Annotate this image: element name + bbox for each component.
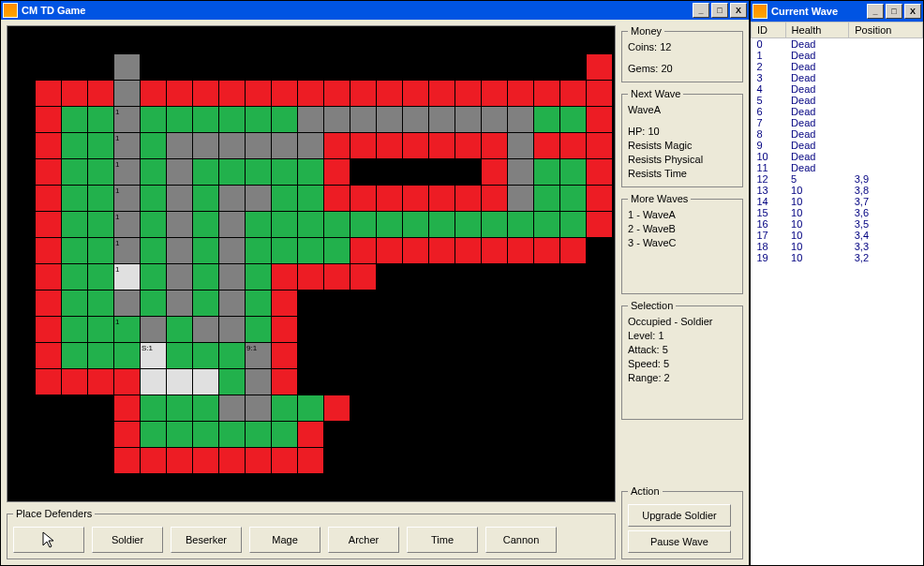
grid-cell[interactable]: [246, 264, 271, 290]
grid-cell[interactable]: [350, 54, 376, 80]
grid-cell[interactable]: [560, 317, 586, 342]
grid-cell[interactable]: [560, 448, 586, 473]
grid-cell[interactable]: [114, 474, 140, 499]
grid-cell[interactable]: [219, 28, 245, 53]
grid-cell[interactable]: [219, 290, 245, 316]
grid-cell[interactable]: [246, 369, 271, 395]
grid-cell[interactable]: [9, 107, 35, 132]
grid-cell[interactable]: [508, 448, 533, 473]
grid-cell[interactable]: [167, 107, 192, 132]
grid-cell[interactable]: 1: [114, 212, 140, 237]
grid-cell[interactable]: [219, 422, 245, 447]
grid-cell[interactable]: [62, 107, 87, 132]
grid-cell[interactable]: [455, 28, 481, 53]
grid-cell[interactable]: [587, 395, 612, 421]
grid-cell[interactable]: [560, 290, 586, 316]
grid-cell[interactable]: [36, 317, 61, 342]
grid-cell[interactable]: [429, 212, 455, 237]
grid-cell[interactable]: [114, 54, 140, 80]
grid-cell[interactable]: [88, 54, 113, 80]
grid-cell[interactable]: [272, 238, 297, 263]
grid-cell[interactable]: [219, 107, 245, 132]
grid-cell[interactable]: [455, 422, 481, 447]
grid-cell[interactable]: [455, 107, 481, 132]
table-row[interactable]: 9Dead: [752, 140, 923, 151]
col-id[interactable]: ID: [752, 22, 786, 38]
grid-cell[interactable]: 1: [114, 264, 140, 290]
grid-cell[interactable]: [272, 81, 297, 106]
grid-cell[interactable]: [141, 264, 166, 290]
grid-cell[interactable]: [534, 133, 559, 158]
grid-cell[interactable]: [429, 107, 455, 132]
grid-cell[interactable]: [219, 264, 245, 290]
grid-cell[interactable]: [9, 133, 35, 158]
grid-cell[interactable]: [272, 133, 297, 158]
grid-cell[interactable]: [534, 317, 559, 342]
grid-cell[interactable]: [9, 369, 35, 395]
grid-cell[interactable]: [429, 474, 455, 499]
grid-cell[interactable]: [141, 238, 166, 263]
beserker-button[interactable]: Beserker: [171, 527, 242, 553]
grid-cell[interactable]: [429, 238, 455, 263]
grid-cell[interactable]: [324, 159, 350, 185]
grid-cell[interactable]: [429, 422, 455, 447]
main-titlebar[interactable]: CM TD Game _ □ X: [1, 1, 749, 20]
grid-cell[interactable]: [88, 264, 113, 290]
grid-cell[interactable]: [36, 238, 61, 263]
grid-cell[interactable]: [246, 54, 271, 80]
grid-cell[interactable]: [429, 54, 455, 80]
grid-cell[interactable]: [324, 317, 350, 342]
grid-cell[interactable]: [403, 133, 428, 158]
grid-cell[interactable]: [350, 81, 376, 106]
grid-cell[interactable]: [455, 238, 481, 263]
grid-cell[interactable]: [350, 422, 376, 447]
grid-cell[interactable]: [350, 264, 376, 290]
grid-cell[interactable]: [141, 369, 166, 395]
grid-cell[interactable]: [482, 238, 507, 263]
grid-cell[interactable]: [298, 395, 323, 421]
grid-cell[interactable]: 1: [114, 159, 140, 185]
grid-cell[interactable]: [298, 317, 323, 342]
grid-cell[interactable]: [534, 343, 559, 368]
grid-cell[interactable]: [377, 212, 402, 237]
grid-cell[interactable]: 1: [114, 317, 140, 342]
table-row[interactable]: 3Dead: [752, 72, 923, 83]
grid-cell[interactable]: [141, 107, 166, 132]
grid-cell[interactable]: [193, 212, 218, 237]
grid-cell[interactable]: [403, 448, 428, 473]
grid-cell[interactable]: [193, 264, 218, 290]
grid-cell[interactable]: [246, 395, 271, 421]
table-row[interactable]: 0Dead: [752, 38, 923, 51]
grid-cell[interactable]: [167, 28, 192, 53]
grid-cell[interactable]: [350, 107, 376, 132]
grid-cell[interactable]: [508, 474, 533, 499]
grid-cell[interactable]: [219, 133, 245, 158]
grid-cell[interactable]: [403, 290, 428, 316]
grid-cell[interactable]: [114, 369, 140, 395]
grid-cell[interactable]: [298, 264, 323, 290]
grid-cell[interactable]: [167, 343, 192, 368]
grid-cell[interactable]: [403, 264, 428, 290]
grid-cell[interactable]: [482, 343, 507, 368]
grid-cell[interactable]: [377, 448, 402, 473]
grid-cell[interactable]: [141, 133, 166, 158]
grid-cell[interactable]: [455, 474, 481, 499]
grid-cell[interactable]: [193, 81, 218, 106]
grid-cell[interactable]: [482, 474, 507, 499]
grid-cell[interactable]: [429, 317, 455, 342]
grid-cell[interactable]: [62, 81, 87, 106]
grid-cell[interactable]: [429, 186, 455, 211]
grid-cell[interactable]: [403, 474, 428, 499]
grid-cell[interactable]: [324, 369, 350, 395]
grid-cell[interactable]: [560, 159, 586, 185]
grid-cell[interactable]: [377, 81, 402, 106]
grid-cell[interactable]: [324, 212, 350, 237]
grid-cell[interactable]: [377, 343, 402, 368]
grid-cell[interactable]: [377, 290, 402, 316]
grid-cell[interactable]: [272, 212, 297, 237]
grid-cell[interactable]: [36, 264, 61, 290]
grid-cell[interactable]: [36, 369, 61, 395]
grid-cell[interactable]: [429, 133, 455, 158]
grid-cell[interactable]: [193, 238, 218, 263]
grid-cell[interactable]: [88, 212, 113, 237]
